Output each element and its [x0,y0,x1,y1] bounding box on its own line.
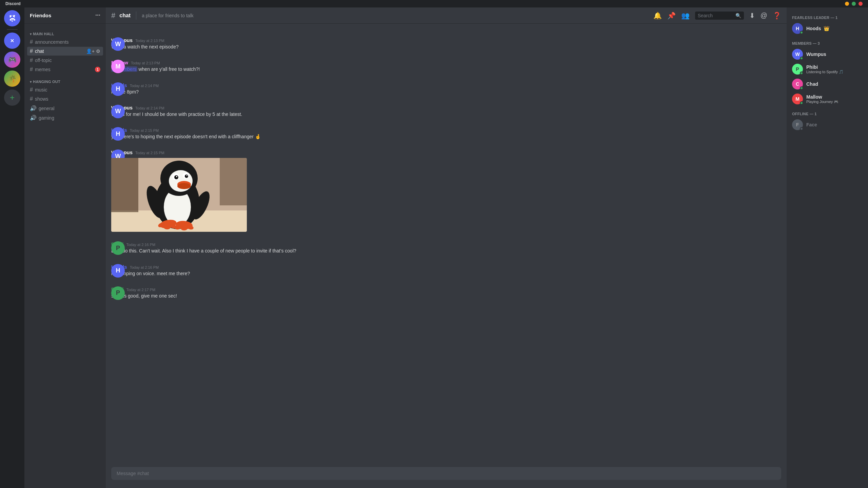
channel-sidebar: Friendos ··· ▾ MAIN HALL # announcements… [24,7,106,488]
category-arrow: ▾ [30,32,32,36]
at-icon[interactable]: @ [761,12,767,19]
server-menu-button[interactable]: ··· [95,12,100,19]
channel-name: music [35,87,100,93]
avatar: H [111,82,125,96]
svg-point-12 [186,175,188,176]
message-timestamp: Today at 2:16 PM [130,265,159,269]
server-sidebar: 🎮 🌴 + [0,7,24,488]
server-header[interactable]: Friendos ··· [24,7,106,24]
member-info: Phibi Listening to Spotify 🎵 [806,64,863,74]
category-arrow: ▾ [30,80,32,84]
maximize-button[interactable] [852,2,856,6]
message-timestamp: Today at 2:14 PM [135,106,164,110]
unread-badge: 1 [95,67,100,72]
server-icon-s2[interactable]: 🎮 [4,52,20,68]
search-bar[interactable]: Search 🔍 [695,12,744,20]
channel-memes[interactable]: # memes 1 [27,65,103,74]
message-timestamp: Today at 2:13 PM [131,61,160,65]
message-row: H Hoods Today at 2:14 PM maybe 8pm? [106,77,787,97]
bell-icon[interactable]: 🔔 [653,12,662,20]
message-content: Hoods Today at 2:16 PM i'm jumping on vo… [111,264,781,277]
titlebar-controls [845,2,863,6]
message-header: Hoods Today at 2:15 PM [111,127,781,133]
message-text: yay! here's to hoping the next episode d… [111,134,781,140]
status-indicator [800,57,803,60]
minimize-button[interactable] [845,2,849,6]
category-hanging-out[interactable]: ▾ HANGING OUT [24,74,106,85]
member-item-face[interactable]: F Face [789,117,865,132]
close-button[interactable] [859,2,863,6]
member-activity: Listening to Spotify 🎵 [806,70,863,74]
message-row: H Hoods Today at 2:15 PM yay! here's to … [106,122,787,141]
channel-title: chat [119,13,131,19]
message-row: W Wumpus Today at 2:13 PM Wanna watch th… [106,32,787,52]
svg-rect-25 [111,158,138,212]
input-placeholder: Message #chat [117,471,149,476]
member-name: Hoods 👑 [806,26,863,31]
status-indicator [800,127,803,130]
status-indicator [800,86,803,90]
member-avatar: P [792,64,803,75]
channel-name: shows [35,96,100,102]
channel-list: ▾ MAIN HALL # announcements # chat 👤+ ⚙ [24,24,106,488]
channel-off-topic[interactable]: # off-topic [27,56,103,65]
status-indicator [800,101,803,105]
server-divider [7,29,18,30]
message-input[interactable]: Message #chat [111,467,781,480]
message-timestamp: Today at 2:16 PM [126,243,156,247]
message-timestamp: Today at 2:13 PM [135,39,164,43]
member-item-wumpus[interactable]: W Wumpus [789,47,865,62]
add-server-button[interactable]: + [4,89,20,106]
channel-name: announcements [35,39,100,45]
channel-music[interactable]: # music [27,85,103,94]
member-name: Face [806,122,863,127]
category-main-hall[interactable]: ▾ MAIN HALL [24,26,106,37]
invite-icon[interactable]: 👤+ [86,48,95,54]
message-text: Let's do this. Can't wait. Also I think … [111,248,781,254]
server-icon-s3[interactable]: 🌴 [4,70,20,87]
member-item-phibi[interactable]: P Phibi Listening to Spotify 🎵 [789,62,865,77]
channel-general-voice[interactable]: 🔊 general [27,104,103,113]
message-content: Phibi Today at 2:16 PM Let's do this. Ca… [111,241,781,254]
pin-icon[interactable]: 📌 [667,12,676,20]
members-sidebar: FEARLESS LEADER — 1 H Hoods 👑 MEMBERS — … [787,7,868,488]
channel-actions: 👤+ ⚙ [86,48,100,54]
text-channel-icon: # [30,87,33,93]
server-icon-s1[interactable] [4,33,20,49]
members-category-offline: OFFLINE — 1 [789,106,865,117]
message-row: P Phibi Today at 2:17 PM sounds good, gi… [106,281,787,301]
members-icon[interactable]: 👥 [681,12,690,20]
channel-chat[interactable]: # chat 👤+ ⚙ [27,47,103,56]
member-item-mallow[interactable]: M Mallow Playing Journey 🎮 [789,92,865,106]
search-placeholder: Search [698,13,713,18]
member-avatar: W [792,49,803,60]
members-category-online: MEMBERS — 3 [789,36,865,47]
channel-shows[interactable]: # shows [27,95,103,103]
message-header: Phibi Today at 2:17 PM [111,286,781,292]
message-text: maybe 8pm? [111,89,781,95]
message-header: Wumpus Today at 2:14 PM [111,105,781,110]
settings-icon[interactable]: ⚙ [96,48,100,54]
message-content: Wumpus Today at 2:15 PM [111,149,781,232]
member-item-chad[interactable]: C Chad [789,77,865,92]
member-item-hoods-leader[interactable]: H Hoods 👑 [789,21,865,36]
message-header: Wumpus Today at 2:15 PM [111,149,781,155]
app-body: 🎮 🌴 + Friendos ··· ▾ MAIN HALL [0,7,868,488]
channel-announcements[interactable]: # announcements [27,38,103,46]
text-channel-icon: # [30,96,33,102]
member-name: Wumpus [806,52,863,57]
member-avatar: H [792,23,803,34]
message-content: Wumpus Today at 2:14 PM Works for me! I … [111,105,781,118]
discord-home-button[interactable] [4,10,20,26]
messages-container[interactable]: W Wumpus Today at 2:13 PM Wanna watch th… [106,24,787,467]
download-icon[interactable]: ⬇ [749,12,755,20]
category-label: HANGING OUT [33,80,60,84]
channel-name: off-topic [35,58,100,63]
help-icon[interactable]: ❓ [773,12,781,20]
message-header: Hoods Today at 2:14 PM [111,82,781,88]
main-area: # chat a place for friends to talk 🔔 📌 👥… [106,7,787,488]
message-text: Works for me! I should be done with prac… [111,111,781,118]
channel-gaming-voice[interactable]: 🔊 gaming [27,113,103,122]
message-row: P Phibi Today at 2:16 PM Let's do this. … [106,236,787,256]
member-info: Chad [806,81,863,87]
